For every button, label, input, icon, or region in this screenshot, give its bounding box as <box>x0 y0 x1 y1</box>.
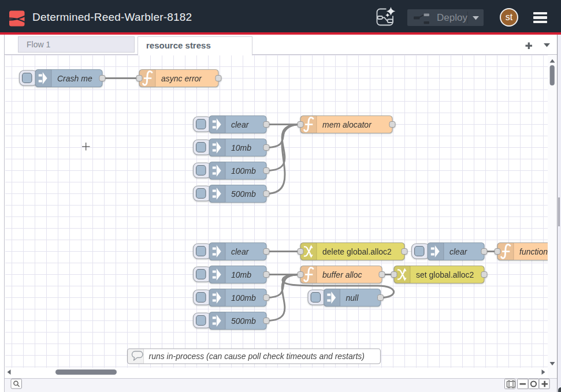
svg-text:10mb: 10mb <box>231 143 251 152</box>
svg-text:100mb: 100mb <box>231 293 256 303</box>
svg-text:runs in-process (can cause pol: runs in-process (can cause poll check ti… <box>149 352 365 361</box>
svg-text:100mb: 100mb <box>231 166 256 176</box>
svg-text:500mb: 500mb <box>231 189 256 199</box>
svg-text:clear: clear <box>231 247 250 256</box>
svg-text:function: function <box>519 247 548 256</box>
svg-text:buffer alloc: buffer alloc <box>322 270 362 279</box>
svg-text:null: null <box>346 293 359 303</box>
svg-text:set global.alloc2: set global.alloc2 <box>416 270 474 279</box>
svg-text:Crash me: Crash me <box>57 74 92 83</box>
svg-text:delete global.alloc2: delete global.alloc2 <box>322 247 392 256</box>
svg-text:500mb: 500mb <box>231 316 256 326</box>
svg-text:async error: async error <box>161 74 202 83</box>
svg-text:clear: clear <box>449 247 468 256</box>
svg-text:mem alocator: mem alocator <box>322 120 372 129</box>
svg-text:clear: clear <box>231 120 250 129</box>
svg-text:10mb: 10mb <box>231 270 251 279</box>
